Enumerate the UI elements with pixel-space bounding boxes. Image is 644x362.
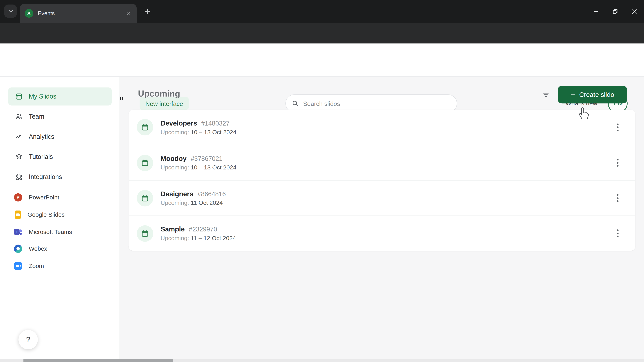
event-status-label: Upcoming: — [161, 235, 191, 241]
event-id: #1480327 — [201, 120, 230, 127]
microsoft-teams-icon: T — [14, 228, 22, 236]
event-status-label: Upcoming: — [161, 199, 191, 206]
plus-icon: + — [571, 89, 576, 99]
event-row-designers[interactable]: Designers #8664816 Upcoming: 11 Oct 2024 — [129, 180, 636, 216]
new-tab-button[interactable] — [141, 5, 154, 17]
create-slido-button[interactable]: + Create slido — [558, 86, 627, 103]
event-calendar-icon — [137, 225, 153, 242]
event-row-developers[interactable]: Developers #1480327 Upcoming: 10 – 13 Oc… — [129, 110, 636, 145]
sidebar-item-label: PowerPoint — [29, 194, 59, 201]
sidebar-item-label: Webex — [29, 245, 47, 252]
event-calendar-icon — [137, 190, 153, 206]
zoom-icon — [14, 262, 22, 270]
create-slido-label: Create slido — [579, 91, 614, 98]
event-name: Developers — [161, 119, 197, 127]
people-icon — [15, 112, 23, 121]
event-row-moodoy[interactable]: Moodoy #37867021 Upcoming: 10 – 13 Oct 2… — [129, 145, 636, 180]
app-header: slido Lauren's organization Owner UPGRAD… — [0, 43, 644, 77]
event-calendar-icon — [137, 155, 153, 171]
event-name: Moodoy — [161, 155, 187, 163]
browser-window: S Events — [0, 0, 644, 362]
browser-tab-events[interactable]: S Events — [20, 4, 137, 23]
event-id: #8664816 — [198, 190, 226, 198]
event-menu-button[interactable] — [612, 120, 624, 134]
window-controls — [586, 0, 644, 23]
horizontal-scrollbar[interactable] — [0, 359, 644, 362]
event-dates: 10 – 13 Oct 2024 — [191, 129, 236, 135]
close-window-button[interactable] — [625, 0, 644, 23]
sidebar-item-tutorials[interactable]: Tutorials — [8, 148, 112, 166]
minimize-button[interactable] — [586, 0, 606, 23]
restore-button[interactable] — [606, 0, 625, 23]
event-menu-button[interactable] — [612, 156, 624, 170]
tab-close-icon[interactable] — [124, 10, 132, 17]
new-interface-pill[interactable]: New interface — [140, 97, 189, 110]
event-status-label: Upcoming: — [161, 164, 191, 171]
sidebar: My Slidos Team Analytics Tutorials Integ… — [0, 77, 120, 362]
calendar-grid-icon — [15, 92, 23, 100]
search-icon — [292, 100, 299, 107]
puzzle-icon — [15, 173, 23, 181]
event-name: Designers — [161, 190, 193, 198]
powerpoint-icon: P — [14, 193, 22, 201]
scrollbar-thumb[interactable] — [24, 359, 173, 362]
sidebar-item-microsoft-teams[interactable]: T Microsoft Teams — [8, 224, 112, 240]
sidebar-item-label: Google Slides — [28, 211, 64, 218]
event-menu-button[interactable] — [612, 191, 624, 205]
slido-favicon-icon: S — [25, 9, 33, 17]
sidebar-item-label: Microsoft Teams — [29, 229, 72, 235]
sidebar-item-zoom[interactable]: Zoom — [8, 258, 112, 274]
sidebar-item-my-slidos[interactable]: My Slidos — [8, 87, 112, 106]
chevron-down-icon — [8, 8, 13, 14]
restore-icon — [612, 8, 618, 14]
plus-icon — [144, 8, 151, 15]
event-menu-button[interactable] — [612, 226, 624, 240]
filter-icon — [542, 91, 550, 99]
event-id: #37867021 — [191, 155, 222, 163]
tab-title: Events — [38, 10, 124, 16]
tab-search-button[interactable] — [4, 4, 17, 17]
close-icon — [631, 8, 638, 14]
sidebar-item-label: Team — [29, 113, 44, 120]
close-icon — [126, 11, 130, 16]
sidebar-item-integrations[interactable]: Integrations — [8, 168, 112, 186]
google-slides-icon — [15, 211, 21, 219]
help-button[interactable]: ? — [18, 330, 38, 349]
sidebar-item-label: Tutorials — [29, 153, 53, 160]
filter-button[interactable] — [539, 89, 553, 101]
sidebar-item-analytics[interactable]: Analytics — [8, 128, 112, 146]
event-dates: 11 – 12 Oct 2024 — [191, 235, 236, 241]
trend-up-icon — [15, 133, 23, 141]
sidebar-item-label: Integrations — [29, 173, 62, 180]
graduation-cap-icon — [15, 153, 23, 161]
events-list: Developers #1480327 Upcoming: 10 – 13 Oc… — [129, 110, 636, 251]
tab-strip: S Events — [0, 0, 644, 23]
sidebar-item-label: My Slidos — [29, 93, 56, 100]
event-dates: 10 – 13 Oct 2024 — [191, 164, 236, 171]
minimize-icon — [593, 8, 598, 14]
sidebar-item-label: Zoom — [29, 263, 44, 269]
webex-icon — [14, 245, 22, 253]
sidebar-item-team[interactable]: Team — [8, 108, 112, 126]
sidebar-item-google-slides[interactable]: Google Slides — [8, 206, 112, 223]
browser-toolbar: admin.sli.do/events Incognito — [0, 23, 644, 43]
sidebar-item-powerpoint[interactable]: P PowerPoint — [8, 189, 112, 206]
sidebar-item-webex[interactable]: Webex — [8, 241, 112, 257]
event-name: Sample — [161, 225, 185, 233]
event-id: #2329970 — [189, 226, 217, 233]
page-title: Upcoming — [138, 89, 180, 98]
event-row-sample[interactable]: Sample #2329970 Upcoming: 11 – 12 Oct 20… — [129, 216, 636, 251]
sidebar-item-label: Analytics — [29, 133, 54, 140]
event-calendar-icon — [137, 119, 153, 135]
event-status-label: Upcoming: — [161, 129, 191, 135]
search-input[interactable] — [303, 100, 451, 107]
event-dates: 11 Oct 2024 — [191, 199, 223, 206]
